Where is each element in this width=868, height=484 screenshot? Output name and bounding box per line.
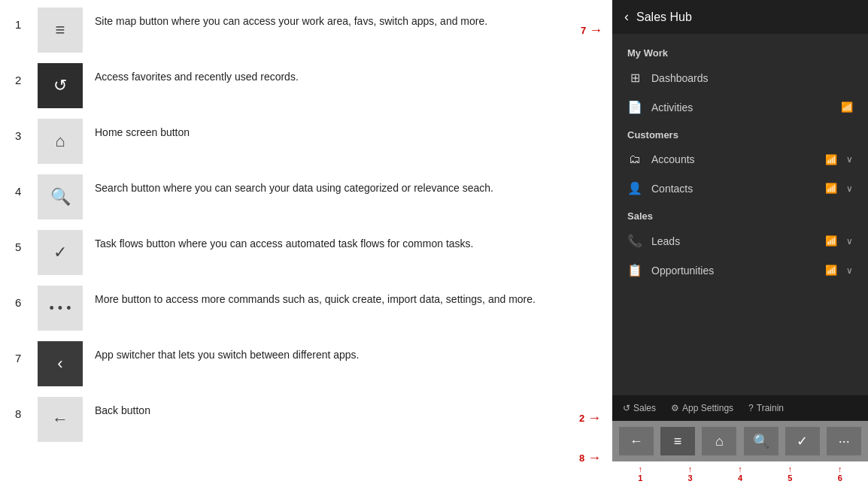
row-icon-box: ↺ — [38, 63, 83, 108]
activities-icon: 📄 — [627, 100, 642, 114]
nav-more-button[interactable]: ··· — [827, 427, 861, 455]
up-arrow-5: ↑ — [788, 464, 793, 473]
opportunities-chevron-icon: ∨ — [846, 265, 853, 276]
section-title-mywork: My Work — [612, 40, 868, 63]
right-panel: 7 → ‹ Sales Hub My Work ⊞ Dashboards 📄 A… — [612, 0, 868, 484]
nav-item-accounts-label: Accounts — [651, 153, 816, 165]
training-tab-label: Trainin — [757, 403, 784, 413]
instruction-text: Search button where you can search your … — [95, 174, 493, 196]
nav-item-dashboards-label: Dashboards — [651, 72, 853, 84]
nav-item-opportunities[interactable]: 📋 Opportunities 📶 ∨ — [612, 256, 868, 285]
opportunities-wifi-icon: 📶 — [825, 265, 837, 276]
hub-title: Sales Hub — [636, 11, 692, 24]
instruction-text: Site map button where you can access you… — [95, 8, 487, 29]
leads-icon: 📞 — [627, 234, 642, 248]
training-tab-icon: ? — [748, 403, 754, 413]
indicator-2: 2 → — [579, 410, 601, 426]
section-title-customers: Customers — [612, 122, 868, 145]
instruction-text: App switcher that lets you switch betwee… — [95, 341, 360, 363]
accounts-chevron-icon: ∨ — [846, 154, 853, 165]
opportunities-icon: 📋 — [627, 263, 642, 277]
row-number: 7 — [15, 352, 26, 365]
nav-menu-button[interactable]: ≡ — [660, 427, 695, 455]
nav-item-contacts-label: Contacts — [651, 183, 816, 195]
num-arrow-3: ↑ 3 — [673, 464, 708, 482]
instruction-text: Task flows button where you can access a… — [95, 230, 473, 252]
sales-tab-label: Sales — [633, 403, 656, 413]
num-arrow-1: ↑ 1 — [623, 464, 657, 482]
nav-item-accounts[interactable]: 🗂 Accounts 📶 ∨ — [612, 145, 868, 174]
instruction-text: Access favorites and recently used recor… — [95, 63, 299, 85]
nav-icons-bar: ← ≡ ⌂ 🔍 ✓ ··· — [612, 421, 868, 461]
accounts-wifi-icon: 📶 — [825, 154, 837, 165]
contacts-icon: 👤 — [627, 181, 642, 195]
app-settings-tab-icon: ⚙ — [671, 403, 679, 413]
up-arrow-4: ↑ — [738, 464, 742, 473]
nav-back-button[interactable]: ← — [619, 427, 654, 455]
instruction-row: 4🔍Search button where you can search you… — [15, 174, 597, 219]
nav-item-contacts[interactable]: 👤 Contacts 📶 ∨ — [612, 174, 868, 203]
activities-wifi-icon: 📶 — [841, 101, 853, 113]
sales-tab-icon: ↺ — [623, 403, 630, 413]
nav-item-activities[interactable]: 📄 Activities 📶 — [612, 92, 868, 122]
row-icon-box: 🔍 — [38, 174, 83, 219]
num-1: 1 — [638, 473, 642, 482]
contacts-chevron-icon: ∨ — [846, 183, 853, 194]
up-arrow-6: ↑ — [838, 464, 842, 473]
instruction-row: 1≡Site map button where you can access y… — [15, 8, 597, 53]
bottom-tab-app-settings[interactable]: ⚙ App Settings — [666, 400, 738, 416]
instruction-row: 5✓Task flows button where you can access… — [15, 230, 597, 275]
row-icon-box: • • • — [38, 286, 83, 331]
left-panel: 1≡Site map button where you can access y… — [0, 0, 612, 484]
nav-taskflow-button[interactable]: ✓ — [785, 427, 820, 455]
row-number: 8 — [15, 407, 26, 420]
num-arrow-6: ↑ 6 — [823, 464, 857, 482]
instruction-text: Back button — [95, 397, 150, 419]
nav-taskflow-icon: ✓ — [797, 433, 808, 449]
num-arrows-row: ↑ 1 ↑ 3 ↑ 4 ↑ 5 ↑ 6 — [612, 461, 868, 484]
row-number: 2 — [15, 74, 26, 86]
nav-item-leads-label: Leads — [651, 235, 816, 247]
nav-more-icon: ··· — [839, 434, 850, 449]
nav-search-button[interactable]: 🔍 — [744, 427, 778, 455]
instruction-row: 2↺Access favorites and recently used rec… — [15, 63, 597, 108]
nav-search-icon: 🔍 — [753, 433, 769, 449]
nav-item-dashboards[interactable]: ⊞ Dashboards — [612, 63, 868, 92]
hub-back-chevron[interactable]: ‹ — [624, 9, 629, 25]
up-arrow-3: ↑ — [688, 464, 693, 473]
num-3: 3 — [688, 473, 693, 482]
indicator-7-number: 7 — [581, 25, 586, 36]
accounts-icon: 🗂 — [627, 153, 642, 166]
instruction-text: Home screen button — [95, 119, 190, 141]
num-4: 4 — [738, 473, 742, 482]
row-number: 6 — [15, 296, 26, 309]
row-icon-box: ⌂ — [38, 119, 83, 164]
row-icon-box: ← — [38, 397, 83, 442]
hub-header[interactable]: ‹ Sales Hub — [612, 0, 868, 34]
row-number: 3 — [15, 129, 26, 142]
section-title-sales: Sales — [612, 203, 868, 226]
instruction-row: 7‹App switcher that lets you switch betw… — [15, 341, 597, 386]
leads-chevron-icon: ∨ — [846, 236, 853, 247]
nav-home-button[interactable]: ⌂ — [702, 427, 736, 455]
row-number: 4 — [15, 185, 26, 198]
nav-item-opportunities-label: Opportunities — [651, 265, 816, 277]
contacts-wifi-icon: 📶 — [825, 183, 837, 194]
indicator-8: 8 → — [579, 450, 601, 466]
nav-menu-icon: ≡ — [674, 434, 682, 449]
row-number: 1 — [15, 18, 26, 31]
nav-home-icon: ⌂ — [715, 434, 724, 449]
bottom-tab-sales[interactable]: ↺ Sales — [618, 400, 660, 416]
instruction-row: 8←Back button — [15, 397, 597, 442]
app-settings-tab-label: App Settings — [682, 403, 733, 413]
bottom-tab-training[interactable]: ? Trainin — [744, 400, 788, 416]
row-icon-box: ✓ — [38, 230, 83, 275]
nav-item-leads[interactable]: 📞 Leads 📶 ∨ — [612, 226, 868, 256]
nav-item-activities-label: Activities — [651, 101, 832, 113]
leads-wifi-icon: 📶 — [825, 235, 837, 247]
num-arrow-5: ↑ 5 — [772, 464, 807, 482]
indicator-2-number: 2 — [579, 413, 584, 424]
indicator-7: 7 → — [581, 23, 602, 38]
nav-menu: My Work ⊞ Dashboards 📄 Activities 📶 Cust… — [612, 34, 868, 395]
instruction-text: More button to access more commands such… — [95, 286, 536, 307]
